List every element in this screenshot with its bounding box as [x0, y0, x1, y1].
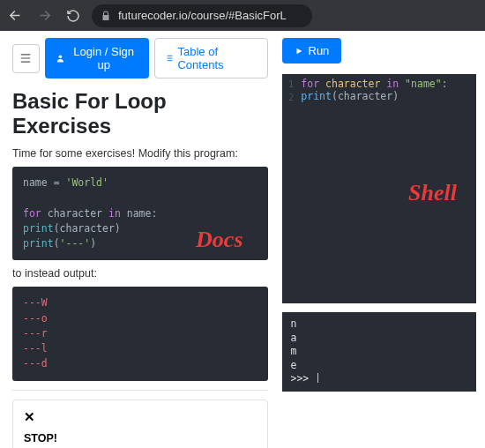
toc-label: Table of Contents	[177, 45, 257, 71]
divider	[12, 390, 268, 391]
run-label: Run	[309, 44, 330, 57]
shell-output[interactable]: n a m e >>>	[282, 312, 477, 392]
intro-text: Time for some exercises! Modify this pro…	[12, 147, 268, 160]
url-bar[interactable]: futurecoder.io/course/#BasicForL	[92, 4, 312, 27]
login-button[interactable]: Login / Sign up	[45, 38, 149, 78]
play-icon	[295, 47, 303, 56]
code-editor[interactable]: 1 2 for character in "name": print(chara…	[282, 74, 477, 303]
shell-prompt[interactable]: >>>	[291, 372, 468, 386]
after-code-text: to instead output:	[12, 267, 268, 280]
shell-pane-container: Run 1 2 for character in "name": print(c…	[277, 31, 486, 448]
page-title: Basic For Loop Exercises	[12, 89, 268, 138]
reload-icon[interactable]	[63, 6, 83, 26]
user-icon	[56, 53, 65, 63]
stop-card: ✕ STOP! Try to avoid copy pasting code. …	[12, 399, 268, 449]
url-text: futurecoder.io/course/#BasicForL	[118, 9, 287, 22]
stop-title: STOP!	[24, 432, 257, 444]
svg-point-0	[59, 55, 63, 58]
example-code: name = 'World' for character in name: pr…	[12, 167, 268, 260]
toc-button[interactable]: Table of Contents	[154, 38, 268, 78]
close-icon[interactable]: ✕	[24, 409, 257, 425]
expected-output: ---W ---o ---r ---l ---d	[12, 287, 268, 380]
forward-icon	[34, 5, 55, 26]
lock-icon	[101, 11, 111, 21]
back-icon[interactable]	[5, 5, 26, 26]
run-button[interactable]: Run	[282, 38, 342, 63]
list-icon	[164, 53, 174, 63]
docs-pane: Login / Sign up Table of Contents Basic …	[0, 31, 277, 448]
login-label: Login / Sign up	[70, 45, 138, 71]
editor-gutter: 1 2	[282, 74, 300, 303]
editor-content[interactable]: for character in "name": print(character…	[299, 74, 476, 303]
hamburger-button[interactable]	[12, 44, 40, 73]
browser-toolbar: futurecoder.io/course/#BasicForL	[0, 0, 485, 31]
